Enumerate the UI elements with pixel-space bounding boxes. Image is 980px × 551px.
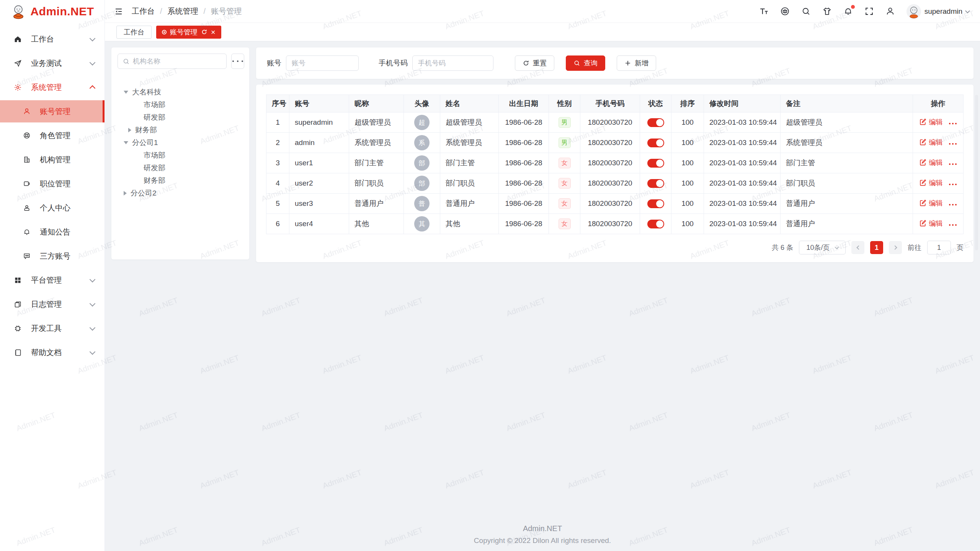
profile-icon[interactable] (885, 7, 895, 16)
cell-birthday: 1986-06-28 (499, 173, 549, 194)
cell-status (640, 194, 671, 214)
breadcrumb-item[interactable]: 系统管理 (168, 6, 198, 16)
tab-workbench[interactable]: 工作台 (116, 26, 152, 39)
tree-collapse-icon[interactable] (124, 191, 127, 196)
font-size-icon[interactable] (759, 7, 769, 16)
edit-icon (919, 139, 926, 146)
edit-button[interactable]: 编辑 (919, 178, 943, 187)
status-toggle[interactable] (647, 159, 664, 168)
tree-more-button[interactable] (231, 54, 244, 69)
phone-input[interactable] (412, 55, 493, 71)
cell-remark: 超级管理员 (781, 112, 913, 133)
home-icon (14, 35, 22, 43)
tree-node[interactable]: 研发部 (118, 111, 243, 124)
sidebar-item-label: 职位管理 (40, 179, 95, 189)
cell-nickname: 普通用户 (349, 194, 404, 214)
column-header: 姓名 (440, 95, 499, 112)
tree-node-label: 研发部 (144, 112, 165, 122)
collapse-sidebar-icon[interactable] (114, 7, 123, 16)
org-search-input[interactable] (133, 57, 222, 65)
tree-expand-icon[interactable] (124, 91, 128, 94)
sidebar-item-notice[interactable]: 通知公告 (0, 221, 105, 243)
sidebar-item-dev-tools[interactable]: 开发工具 (0, 317, 105, 339)
more-actions-button[interactable] (948, 200, 957, 208)
more-actions-button[interactable] (948, 180, 957, 188)
sidebar-item-third-party-account[interactable]: 三方账号 (0, 245, 105, 267)
sidebar-item-business-test[interactable]: 业务测试 (0, 52, 105, 74)
edit-button[interactable]: 编辑 (919, 219, 943, 228)
search-icon (573, 60, 580, 67)
gear-icon (14, 83, 22, 91)
sidebar-item-platform-mgmt[interactable]: 平台管理 (0, 269, 105, 291)
tree-node[interactable]: 财务部 (118, 174, 243, 187)
status-toggle[interactable] (647, 199, 664, 208)
query-button[interactable]: 查询 (566, 55, 605, 71)
sidebar-item-system-mgmt[interactable]: 系统管理 (0, 76, 105, 98)
sidebar-item-position-mgmt[interactable]: 职位管理 (0, 173, 105, 195)
tab-bar: 工作台 账号管理 × (105, 23, 980, 41)
cell-actions: 编辑 (913, 173, 964, 194)
edit-button[interactable]: 编辑 (919, 138, 943, 147)
edit-button[interactable]: 编辑 (919, 158, 943, 167)
page-size-select[interactable]: 10条/页 (799, 241, 846, 254)
sidebar-item-help-docs[interactable]: 帮助文档 (0, 341, 105, 364)
next-page-button[interactable] (889, 241, 902, 254)
row-index: 3 (266, 153, 289, 173)
goto-page-input[interactable] (927, 241, 951, 254)
cell-gender: 男 (549, 133, 580, 153)
avatar: 其 (414, 216, 430, 231)
sidebar-item-log-mgmt[interactable]: 日志管理 (0, 293, 105, 315)
search-icon[interactable] (801, 7, 811, 16)
sidebar-item-personal-center[interactable]: 个人中心 (0, 197, 105, 219)
tree-node[interactable]: 研发部 (118, 161, 243, 174)
brand[interactable]: Admin.NET (0, 0, 105, 23)
tree-expand-icon[interactable] (124, 141, 128, 144)
account-input[interactable] (286, 55, 359, 71)
status-toggle[interactable] (647, 139, 664, 147)
more-actions-button[interactable] (948, 220, 957, 228)
close-icon[interactable]: × (211, 28, 216, 36)
tree-node[interactable]: 大名科技 (118, 86, 243, 98)
language-icon[interactable] (780, 7, 790, 16)
column-header: 昵称 (349, 95, 404, 112)
theme-icon[interactable] (822, 7, 832, 16)
column-header: 头像 (404, 95, 440, 112)
refresh-icon[interactable] (201, 29, 207, 35)
tree-collapse-icon[interactable] (128, 128, 131, 132)
sidebar-item-account-mgmt[interactable]: 账号管理 (0, 100, 105, 122)
org-search-box[interactable] (118, 54, 227, 69)
fullscreen-icon[interactable] (864, 7, 874, 16)
tree-node[interactable]: 市场部 (118, 149, 243, 161)
reset-button[interactable]: 重置 (515, 55, 554, 71)
edit-button[interactable]: 编辑 (919, 117, 943, 127)
status-toggle[interactable] (647, 118, 664, 127)
tree-node[interactable]: 市场部 (118, 98, 243, 111)
status-toggle[interactable] (647, 179, 664, 188)
table-panel: 序号账号昵称头像姓名出生日期性别手机号码状态排序修改时间备注操作1superad… (256, 84, 974, 262)
status-toggle[interactable] (647, 220, 664, 228)
tree-node[interactable]: 分公司1 (118, 136, 243, 149)
page-1-button[interactable]: 1 (870, 241, 883, 254)
breadcrumb: 工作台/系统管理/账号管理 (132, 6, 242, 16)
cell-birthday: 1986-06-28 (499, 194, 549, 214)
sidebar-item-role-mgmt[interactable]: 角色管理 (0, 124, 105, 147)
user-menu[interactable]: superadmin (906, 4, 969, 19)
add-button[interactable]: 新增 (617, 55, 656, 71)
table-scrollbar[interactable] (975, 95, 978, 250)
edit-button[interactable]: 编辑 (919, 199, 943, 208)
notification-bell-icon[interactable] (843, 7, 853, 16)
prev-page-button[interactable] (851, 241, 864, 254)
more-actions-button[interactable] (948, 119, 957, 127)
tree-node[interactable]: 分公司2 (118, 187, 243, 199)
tree-node[interactable]: 财务部 (118, 124, 243, 136)
more-actions-button[interactable] (948, 160, 957, 168)
tab-account-mgmt[interactable]: 账号管理 × (156, 26, 221, 39)
refresh-icon (523, 60, 529, 67)
column-header: 备注 (781, 95, 913, 112)
sidebar-item-workbench[interactable]: 工作台 (0, 28, 105, 50)
breadcrumb-item[interactable]: 工作台 (132, 6, 155, 16)
page-footer: Admin.NET Copyright © 2022 Dilon All rig… (105, 524, 980, 551)
more-actions-button[interactable] (948, 139, 957, 147)
footer-brand: Admin.NET (105, 524, 980, 533)
sidebar-item-org-mgmt[interactable]: 机构管理 (0, 148, 105, 171)
